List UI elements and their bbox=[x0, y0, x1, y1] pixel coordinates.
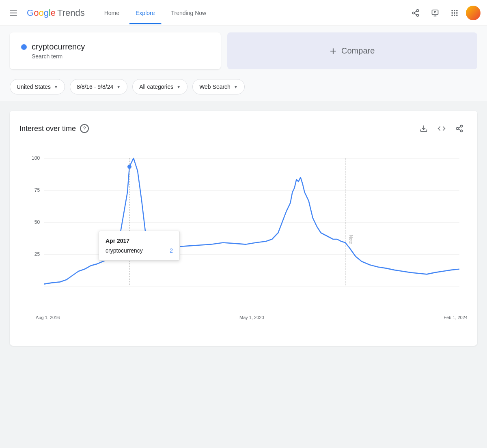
download-button[interactable] bbox=[416, 120, 432, 137]
x-label-mid: May 1, 2020 bbox=[239, 315, 264, 320]
svg-rect-16 bbox=[452, 15, 453, 16]
menu-icon[interactable] bbox=[6, 6, 20, 19]
avatar[interactable] bbox=[466, 6, 481, 20]
svg-rect-15 bbox=[456, 12, 457, 13]
filter-bar: United States ▼ 8/8/16 - 9/8/24 ▼ All ca… bbox=[0, 76, 487, 101]
svg-point-22 bbox=[461, 130, 463, 132]
help-icon[interactable]: ? bbox=[80, 124, 89, 133]
chart-area: 100 75 50 25 Note Apr 2017 bbox=[19, 150, 468, 312]
main-nav: Home Explore Trending Now bbox=[98, 2, 213, 24]
header-right bbox=[407, 5, 481, 21]
chart-title: Interest over time bbox=[19, 124, 76, 133]
svg-line-23 bbox=[458, 129, 461, 130]
chart-actions bbox=[416, 120, 468, 137]
compare-section[interactable]: + Compare bbox=[227, 32, 477, 69]
search-type-dropdown-arrow: ▼ bbox=[234, 85, 238, 89]
interest-over-time-card: Interest over time ? bbox=[10, 111, 477, 346]
svg-point-1 bbox=[413, 12, 415, 14]
svg-point-20 bbox=[461, 125, 463, 127]
share-button[interactable] bbox=[407, 5, 424, 21]
svg-text:50: 50 bbox=[34, 219, 40, 225]
compare-label: Compare bbox=[341, 46, 375, 56]
share-chart-button[interactable] bbox=[451, 120, 468, 137]
country-dropdown-arrow: ▼ bbox=[54, 85, 58, 89]
svg-point-21 bbox=[457, 128, 459, 130]
chart-header: Interest over time ? bbox=[19, 120, 468, 137]
category-dropdown-arrow: ▼ bbox=[177, 85, 181, 89]
nav-explore[interactable]: Explore bbox=[129, 2, 161, 24]
nav-trending-now[interactable]: Trending Now bbox=[165, 2, 213, 24]
compare-plus-icon: + bbox=[330, 45, 336, 58]
nav-home[interactable]: Home bbox=[98, 2, 126, 24]
svg-point-2 bbox=[417, 14, 419, 16]
svg-text:Note: Note bbox=[349, 235, 353, 244]
trend-chart-svg: 100 75 50 25 Note bbox=[19, 150, 468, 312]
svg-point-0 bbox=[417, 9, 419, 11]
x-label-end: Feb 1, 2024 bbox=[444, 315, 468, 320]
x-label-start: Aug 1, 2016 bbox=[36, 315, 60, 320]
feedback-button[interactable] bbox=[427, 5, 443, 21]
term-dot bbox=[21, 44, 27, 50]
category-filter[interactable]: All categories ▼ bbox=[132, 79, 187, 94]
term-type: Search term bbox=[32, 53, 209, 60]
svg-rect-17 bbox=[454, 15, 455, 16]
search-section: cryptocurrency Search term + Compare bbox=[0, 26, 487, 76]
search-term-header: cryptocurrency bbox=[21, 42, 209, 51]
term-name: cryptocurrency bbox=[32, 42, 85, 51]
search-term-card: cryptocurrency Search term bbox=[10, 32, 221, 69]
apps-button[interactable] bbox=[446, 5, 463, 21]
svg-line-24 bbox=[458, 126, 461, 128]
svg-rect-13 bbox=[452, 12, 453, 13]
google-wordmark: Google bbox=[27, 8, 56, 18]
svg-text:75: 75 bbox=[34, 187, 40, 193]
svg-line-4 bbox=[414, 11, 417, 12]
date-range-label: 8/8/16 - 9/8/24 bbox=[77, 84, 113, 90]
embed-button[interactable] bbox=[433, 120, 450, 137]
tooltip-dot bbox=[127, 165, 131, 169]
svg-rect-12 bbox=[456, 10, 457, 11]
header-left: Google Trends bbox=[6, 6, 85, 19]
main-content: Interest over time ? bbox=[0, 101, 487, 356]
search-type-label: Web Search bbox=[199, 84, 231, 90]
date-dropdown-arrow: ▼ bbox=[116, 85, 121, 89]
country-label: United States bbox=[17, 84, 51, 90]
chart-title-group: Interest over time ? bbox=[19, 124, 89, 133]
search-type-filter[interactable]: Web Search ▼ bbox=[192, 79, 245, 94]
header: Google Trends Home Explore Trending Now bbox=[0, 0, 487, 26]
country-filter[interactable]: United States ▼ bbox=[10, 79, 65, 94]
compare-button[interactable]: + Compare bbox=[320, 38, 385, 64]
svg-line-3 bbox=[414, 13, 417, 15]
trend-line bbox=[44, 158, 459, 284]
x-axis: Aug 1, 2016 May 1, 2020 Feb 1, 2024 bbox=[19, 312, 468, 320]
svg-text:25: 25 bbox=[34, 251, 40, 257]
svg-rect-11 bbox=[454, 10, 455, 11]
google-trends-logo[interactable]: Google Trends bbox=[27, 8, 85, 18]
svg-text:100: 100 bbox=[32, 155, 40, 161]
svg-rect-14 bbox=[454, 12, 455, 13]
svg-rect-18 bbox=[456, 15, 457, 16]
trends-wordmark: Trends bbox=[57, 8, 85, 18]
date-range-filter[interactable]: 8/8/16 - 9/8/24 ▼ bbox=[70, 79, 127, 94]
category-label: All categories bbox=[139, 84, 173, 90]
svg-rect-10 bbox=[452, 10, 453, 11]
